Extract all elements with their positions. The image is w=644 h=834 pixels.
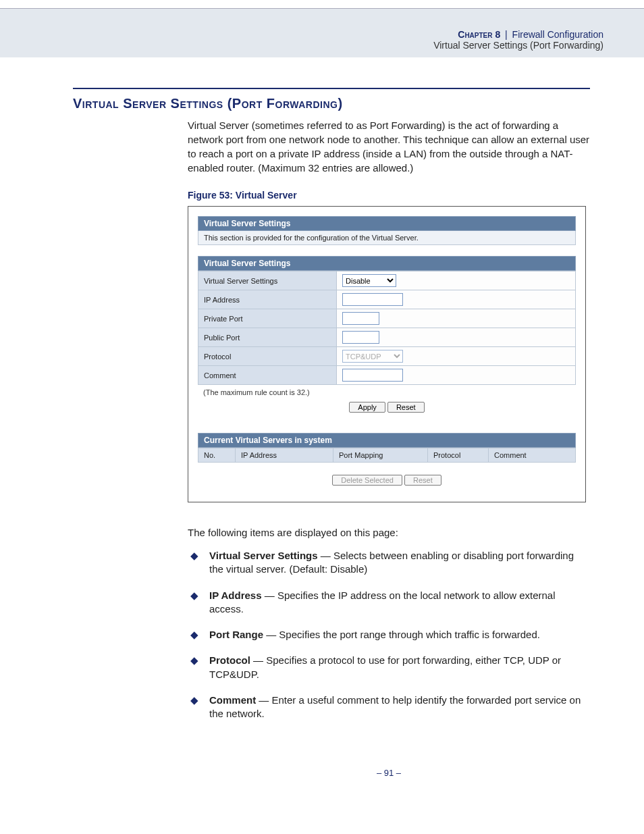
list-item: IP Address — Specifies the IP address on…	[188, 589, 590, 617]
delete-selected-button[interactable]: Delete Selected	[332, 475, 402, 486]
chapter-label: Chapter 8	[458, 29, 500, 40]
settings-form: Virtual Server Settings Disable IP Addre…	[198, 271, 576, 385]
reset-list-button[interactable]: Reset	[404, 475, 441, 486]
chapter-title: Firewall Configuration	[512, 29, 603, 40]
panel-virtual-server-settings-header: Virtual Server Settings	[198, 216, 576, 231]
private-port-label: Private Port	[198, 309, 337, 328]
item-term: Protocol	[209, 654, 250, 666]
item-desc: Enter a useful comment to help identify …	[209, 694, 581, 719]
vs-settings-select[interactable]: Disable	[342, 274, 396, 287]
figure-screenshot: Virtual Server Settings This section is …	[188, 206, 586, 502]
col-comment: Comment	[489, 448, 576, 463]
comment-input[interactable]	[342, 369, 403, 382]
item-desc: Specifies the port range through which t…	[279, 629, 540, 640]
item-term: IP Address	[209, 590, 262, 601]
panel-form-header: Virtual Server Settings	[198, 256, 576, 271]
section-title: Virtual Server Settings (Port Forwarding…	[73, 96, 590, 111]
private-port-input[interactable]	[342, 312, 379, 325]
vs-settings-label: Virtual Server Settings	[198, 271, 337, 290]
item-term: Comment	[209, 694, 256, 706]
max-rule-note: (The maximum rule count is 32.)	[198, 385, 576, 398]
current-servers-header: Current Virtual Servers in system	[198, 433, 576, 448]
panel-description: This section is provided for the configu…	[198, 231, 576, 245]
col-no: No.	[198, 448, 236, 463]
intro-text: Virtual Server (sometimes referred to as…	[188, 118, 590, 175]
separator: |	[505, 29, 508, 40]
protocol-label: Protocol	[198, 347, 337, 366]
comment-label: Comment	[198, 366, 337, 385]
list-item: Protocol — Specifies a protocol to use f…	[188, 654, 590, 681]
item-term: Virtual Server Settings	[209, 550, 318, 561]
reset-button[interactable]: Reset	[387, 402, 425, 413]
list-item: Virtual Server Settings — Selects betwee…	[188, 549, 590, 577]
figure-caption: Figure 53: Virtual Server	[188, 190, 590, 201]
protocol-select[interactable]: TCP&UDP	[342, 350, 403, 363]
chapter-subtitle: Virtual Server Settings (Port Forwarding…	[0, 40, 603, 51]
page-footer: – 91 –	[188, 768, 590, 778]
page-header: Chapter 8 | Firewall Configuration Virtu…	[0, 8, 644, 57]
col-ip: IP Address	[236, 448, 333, 463]
list-item: Comment — Enter a useful comment to help…	[188, 694, 590, 721]
ip-address-label: IP Address	[198, 290, 337, 309]
col-protocol: Protocol	[428, 448, 489, 463]
items-lead: The following items are displayed on thi…	[188, 527, 590, 538]
col-port: Port Mapping	[333, 448, 428, 463]
item-desc: Specifies a protocol to use for port for…	[209, 654, 561, 679]
current-servers-table: No. IP Address Port Mapping Protocol Com…	[198, 448, 576, 463]
section-divider	[73, 88, 590, 89]
ip-address-input[interactable]	[342, 293, 403, 306]
public-port-label: Public Port	[198, 328, 337, 347]
item-term: Port Range	[209, 629, 263, 640]
list-item: Port Range — Specifies the port range th…	[188, 628, 590, 642]
item-list: Virtual Server Settings — Selects betwee…	[188, 549, 590, 721]
public-port-input[interactable]	[342, 331, 379, 344]
apply-button[interactable]: Apply	[349, 402, 385, 413]
page-number: 91	[384, 768, 394, 778]
